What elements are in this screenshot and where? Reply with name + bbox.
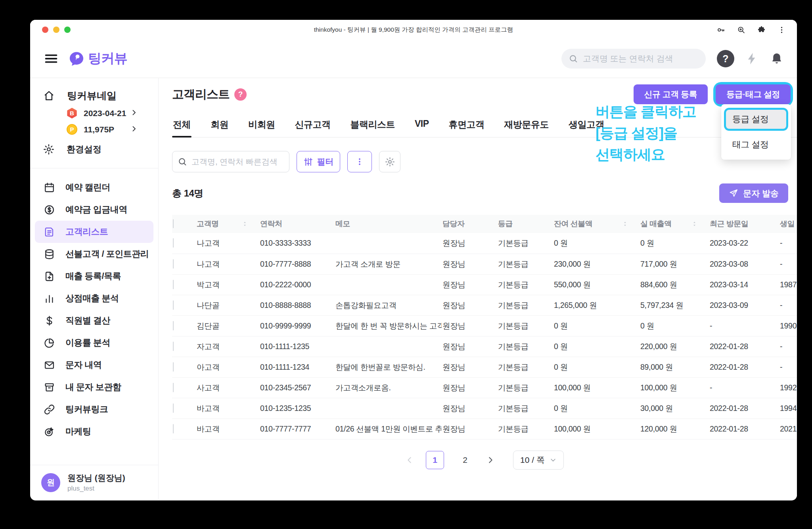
dropdown-item-grade-settings[interactable]: 등급 설정 bbox=[726, 110, 786, 129]
page-number-1[interactable]: 1 bbox=[426, 451, 444, 469]
dropdown-item-tag-settings[interactable]: 태그 설정 bbox=[726, 135, 786, 154]
quick-search[interactable] bbox=[172, 151, 289, 172]
page-prev-button[interactable] bbox=[405, 456, 414, 464]
global-search[interactable] bbox=[561, 49, 706, 69]
grade-tag-settings-button[interactable]: 등급·태그 설정 bbox=[716, 84, 791, 104]
sidebar-item-usage-analysis[interactable]: 이용률 분석 bbox=[35, 332, 153, 354]
sidebar-item-staff-settlement[interactable]: 직원별 결산 bbox=[35, 309, 153, 332]
sidebar-item-marketing[interactable]: 마케팅 bbox=[35, 420, 153, 443]
more-vert-icon[interactable] bbox=[778, 26, 786, 34]
cell-sales: 89,000 원 bbox=[640, 357, 709, 377]
customer-table-container: 고객명연락처메모담당자등급잔여 선불액실 매출액최근 방문일생일 나고객010-… bbox=[172, 215, 797, 439]
row-checkbox[interactable] bbox=[173, 383, 174, 392]
row-checkbox[interactable] bbox=[173, 424, 174, 434]
table-settings-button[interactable] bbox=[379, 151, 400, 172]
sidebar-item-my-sms-box[interactable]: 내 문자 보관함 bbox=[35, 376, 153, 398]
list-toolbar: 필터 bbox=[172, 151, 797, 172]
cell-sales: 120,000 원 bbox=[640, 418, 709, 439]
help-button[interactable]: ? bbox=[717, 50, 734, 67]
more-actions-button[interactable] bbox=[347, 151, 372, 172]
page-help-icon[interactable]: ? bbox=[234, 88, 247, 101]
row-checkbox[interactable] bbox=[173, 403, 174, 413]
sidebar-item-prepaid-points[interactable]: 선불고객 / 포인트관리 bbox=[35, 243, 153, 265]
annotation-line: [등급 설정]을 bbox=[596, 122, 696, 144]
sidebar-item-thinkofyou-link[interactable]: 팅커뷰링크 bbox=[35, 398, 153, 420]
page-title-row: 고객리스트 ? 신규 고객 등록 등급·태그 설정 bbox=[172, 84, 797, 104]
cell-sales: 100,000 원 bbox=[640, 377, 709, 398]
row-checkbox[interactable] bbox=[173, 300, 174, 310]
sidebar-shop-section: 팅커뷰네일 B 2023-04-21 P 11,975P 환경설정 bbox=[30, 78, 158, 162]
gear-icon bbox=[43, 143, 55, 155]
tab-2[interactable]: 비회원 bbox=[247, 113, 276, 137]
cell-grade: 기본등급 bbox=[497, 357, 553, 377]
row-checkbox[interactable] bbox=[173, 321, 174, 330]
row-checkbox[interactable] bbox=[173, 342, 174, 351]
shop-home-row[interactable]: 팅커뷰네일 bbox=[43, 89, 152, 102]
sidebar-item-settings[interactable]: 환경설정 bbox=[43, 143, 152, 155]
zoom-in-icon[interactable] bbox=[737, 26, 745, 34]
row-checkbox[interactable] bbox=[173, 280, 174, 289]
points-row[interactable]: P 11,975P bbox=[67, 124, 152, 135]
cell-select bbox=[172, 295, 196, 315]
page-number-2[interactable]: 2 bbox=[456, 451, 474, 469]
column-header-sales[interactable]: 실 매출액 bbox=[640, 215, 709, 233]
document-icon bbox=[44, 226, 55, 238]
sidebar-item-sales-register[interactable]: 매출 등록/목록 bbox=[35, 265, 153, 287]
page-next-button[interactable] bbox=[486, 456, 495, 464]
sidebar-item-store-sales-analysis[interactable]: 상점매출 분석 bbox=[35, 287, 153, 309]
cell-manager: 원장님 bbox=[442, 274, 497, 295]
column-header-content: 실 매출액 bbox=[640, 219, 708, 229]
tab-6[interactable]: 휴면고객 bbox=[448, 113, 485, 137]
sidebar-item-label: 예약 캘린더 bbox=[65, 181, 110, 193]
row-checkbox[interactable] bbox=[173, 259, 174, 269]
page-size-select[interactable]: 10 / 쪽 bbox=[513, 451, 564, 470]
tab-3[interactable]: 신규고객 bbox=[294, 113, 331, 137]
row-checkbox[interactable] bbox=[173, 238, 174, 248]
app-logo[interactable]: 팅커뷰 bbox=[69, 50, 127, 68]
sidebar-item-label: 고객리스트 bbox=[65, 226, 108, 238]
column-header-name[interactable]: 고객명 bbox=[196, 215, 259, 233]
booking-date-row[interactable]: B 2023-04-21 bbox=[67, 108, 152, 118]
sidebar-item-reservation-calendar[interactable]: 예약 캘린더 bbox=[35, 176, 153, 199]
column-header-birthday: 생일 bbox=[779, 215, 797, 233]
lightning-icon[interactable] bbox=[745, 52, 759, 65]
sidebar-item-sms-history[interactable]: 문자 내역 bbox=[35, 354, 153, 376]
column-header-manager: 담당자 bbox=[442, 215, 497, 233]
key-icon[interactable] bbox=[717, 26, 725, 34]
tab-7[interactable]: 재방문유도 bbox=[504, 113, 550, 137]
cell-prepaid: 230,000 원 bbox=[553, 254, 640, 274]
tab-4[interactable]: 블랙리스트 bbox=[350, 113, 396, 137]
tab-all[interactable]: 전체 bbox=[172, 113, 192, 137]
sidebar-user-card[interactable]: 원 원장님 (원장님) plus_test bbox=[30, 465, 158, 500]
sidebar-menu: 예약 캘린더예약금 입금내역고객리스트선불고객 / 포인트관리매출 등록/목록상… bbox=[30, 168, 158, 443]
count-row: 총 14명 문자 발송 bbox=[172, 183, 797, 203]
tab-1[interactable]: 회원 bbox=[210, 113, 229, 137]
sidebar-item-deposit-history[interactable]: 예약금 입금내역 bbox=[35, 199, 153, 221]
extensions-icon[interactable] bbox=[757, 26, 766, 34]
quick-search-input[interactable] bbox=[172, 151, 289, 172]
select-all-checkbox[interactable] bbox=[173, 219, 174, 228]
page-title: 고객리스트 bbox=[172, 86, 230, 103]
column-header-prepaid[interactable]: 잔여 선불액 bbox=[553, 215, 640, 233]
grade-tag-button-highlight: 등급·태그 설정 bbox=[716, 84, 791, 104]
cell-name: 박고객 bbox=[196, 274, 259, 295]
hamburger-menu-icon[interactable] bbox=[44, 51, 59, 66]
filter-button[interactable]: 필터 bbox=[297, 151, 340, 172]
sidebar-item-label: 상점매출 분석 bbox=[65, 292, 119, 304]
global-search-input[interactable] bbox=[583, 54, 690, 63]
tab-5[interactable]: VIP bbox=[414, 113, 430, 137]
cell-phone: 010-9999-9999 bbox=[259, 315, 335, 336]
dollar-circle-icon bbox=[44, 204, 55, 216]
cell-last_visit: 2022-01-28 bbox=[709, 398, 779, 418]
row-checkbox[interactable] bbox=[173, 362, 174, 372]
avatar: 원 bbox=[41, 473, 60, 492]
notification-bell-icon[interactable] bbox=[770, 52, 783, 65]
dollar-icon bbox=[44, 315, 55, 327]
cell-birthday: - bbox=[779, 233, 797, 254]
sidebar-item-customer-list[interactable]: 고객리스트 bbox=[35, 221, 153, 243]
cell-name: 바고객 bbox=[196, 398, 259, 418]
cell-phone: 010-1111-1235 bbox=[259, 336, 335, 357]
cell-sales: 0 원 bbox=[640, 315, 709, 336]
send-sms-button[interactable]: 문자 발송 bbox=[719, 183, 788, 203]
main-content: 고객리스트 ? 신규 고객 등록 등급·태그 설정 전체회원비회원신규고객블랙리… bbox=[159, 78, 797, 500]
